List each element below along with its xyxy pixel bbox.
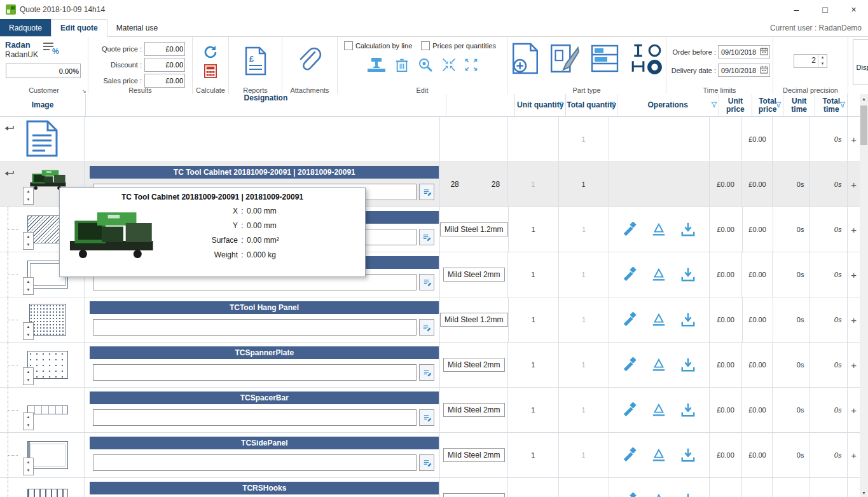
quantity-spinner[interactable]: ▲ ▼ xyxy=(23,367,34,385)
order-before-input[interactable]: 09/10/2018 xyxy=(718,45,770,58)
edit-designation-button[interactable] xyxy=(419,454,434,471)
filter-icon[interactable] xyxy=(609,102,616,110)
spin-down-icon[interactable]: ▼ xyxy=(24,196,33,204)
punch-operation-icon[interactable] xyxy=(622,493,637,497)
calculate-button[interactable]: Calculate xyxy=(193,37,229,95)
calendar-icon[interactable] xyxy=(760,65,768,75)
add-row-button[interactable]: + xyxy=(848,388,860,432)
add-row-button[interactable]: + xyxy=(848,297,860,342)
part-thumbnail[interactable] xyxy=(29,304,66,336)
bend-operation-icon[interactable] xyxy=(651,357,666,372)
part-name-bar[interactable]: TCRSHooks xyxy=(90,482,439,494)
header-image[interactable]: Image xyxy=(0,94,86,116)
discount-input[interactable] xyxy=(144,58,185,72)
punch-operation-icon[interactable] xyxy=(622,222,637,237)
header-total-quantity[interactable]: Total quantity xyxy=(566,94,617,116)
edit-designation-button[interactable] xyxy=(419,364,434,381)
header-total-price[interactable]: Total price xyxy=(752,94,783,116)
edit-designation-button[interactable] xyxy=(419,229,434,245)
material-box[interactable]: Mild Steel 2mm xyxy=(443,403,505,417)
attachments-button[interactable]: Attachments xyxy=(282,37,338,95)
spin-up-icon[interactable]: ▲ xyxy=(24,458,33,466)
tab-radquote[interactable]: Radquote xyxy=(0,19,51,36)
spin-down-icon[interactable]: ▼ xyxy=(24,331,33,339)
quantity-spinner[interactable]: ▲ ▼ xyxy=(23,322,34,340)
add-row-button[interactable]: + xyxy=(848,162,860,207)
header-unit-time[interactable]: Unit time xyxy=(783,94,816,116)
bend-operation-icon[interactable] xyxy=(651,267,666,282)
bend-operation-icon[interactable] xyxy=(651,312,666,327)
add-part-icon[interactable] xyxy=(511,43,540,76)
vertical-scrollbar[interactable]: ▲ ▼ xyxy=(860,94,868,497)
add-row-button[interactable]: + xyxy=(848,343,860,387)
add-row-button[interactable]: + xyxy=(848,117,860,161)
spin-up-icon[interactable]: ▲ xyxy=(24,187,33,196)
spin-up-icon[interactable]: ▲ xyxy=(24,278,33,286)
material-box[interactable]: Mild Steel 2mm xyxy=(443,268,505,282)
designation-input[interactable] xyxy=(93,409,417,426)
filter-icon[interactable] xyxy=(711,102,717,110)
add-row-button[interactable]: + xyxy=(848,433,860,477)
scroll-up-button[interactable]: ▲ xyxy=(860,94,868,103)
press-machine-icon[interactable] xyxy=(366,57,387,73)
spin-up-icon[interactable]: ▲ xyxy=(24,233,33,241)
decimal-precision-input[interactable]: 2 ▲ ▼ xyxy=(794,54,827,68)
collapse-all-icon[interactable] xyxy=(442,58,456,72)
spin-up-icon[interactable]: ▲ xyxy=(818,55,827,61)
quantity-spinner[interactable]: ▲ ▼ xyxy=(23,277,34,295)
tab-material-use[interactable]: Material use xyxy=(107,19,167,36)
minimize-button[interactable]: – xyxy=(782,0,811,19)
download-operation-icon[interactable] xyxy=(680,357,696,372)
spin-down-icon[interactable]: ▼ xyxy=(24,286,33,294)
filter-icon[interactable] xyxy=(839,102,846,110)
scrollbar-thumb[interactable] xyxy=(860,106,867,145)
edit-designation-button[interactable] xyxy=(419,409,434,426)
spin-up-icon[interactable]: ▲ xyxy=(24,323,33,331)
material-box[interactable]: Mild Steel 1.2mm xyxy=(440,313,508,327)
punch-operation-icon[interactable] xyxy=(622,402,637,418)
collapse-arrow-icon[interactable] xyxy=(4,170,15,179)
header-unit-quantity[interactable]: Unit quantity xyxy=(515,94,566,116)
edit-designation-button[interactable] xyxy=(419,184,434,200)
designation-input[interactable] xyxy=(93,364,417,381)
expand-all-icon[interactable] xyxy=(464,58,478,72)
part-name-bar[interactable]: TCSidePanel xyxy=(90,437,439,449)
decimal-precision-spinner[interactable]: ▲ ▼ xyxy=(818,55,827,67)
download-operation-icon[interactable] xyxy=(680,447,696,463)
scrollbar-track[interactable] xyxy=(860,103,868,488)
quantity-spinner[interactable]: ▲ ▼ xyxy=(23,232,34,250)
download-operation-icon[interactable] xyxy=(680,267,696,282)
trash-icon[interactable] xyxy=(395,57,409,73)
quantity-spinner[interactable]: ▲ ▼ xyxy=(23,412,34,430)
material-box[interactable]: Mild Steel 2mm xyxy=(443,493,505,497)
punch-operation-icon[interactable] xyxy=(622,447,637,463)
filter-icon[interactable] xyxy=(775,102,782,110)
assembly-cabinet-icon[interactable] xyxy=(589,43,620,76)
edit-designation-button[interactable] xyxy=(419,319,434,336)
header-operations[interactable]: Operations xyxy=(617,94,719,116)
part-thumbnail[interactable] xyxy=(27,489,68,497)
edit-designation-button[interactable] xyxy=(419,274,434,290)
download-operation-icon[interactable] xyxy=(680,402,696,418)
part-name-bar[interactable]: TCSpacerBar xyxy=(90,391,439,404)
punch-tool-shapes-icon[interactable] xyxy=(629,43,663,76)
reports-button[interactable]: £ Reports xyxy=(229,37,282,95)
punch-operation-icon[interactable] xyxy=(622,312,637,327)
spin-down-icon[interactable]: ▼ xyxy=(24,466,33,475)
add-row-button[interactable]: + xyxy=(848,207,860,252)
download-operation-icon[interactable] xyxy=(680,493,696,497)
punch-operation-icon[interactable] xyxy=(622,357,637,372)
search-settings-icon[interactable] xyxy=(417,57,434,73)
edit-part-icon[interactable] xyxy=(549,43,581,76)
tab-edit-quote[interactable]: Edit quote xyxy=(51,19,107,37)
header-total-time[interactable]: Total time xyxy=(815,94,848,116)
punch-operation-icon[interactable] xyxy=(622,267,637,282)
bend-operation-icon[interactable] xyxy=(651,493,666,497)
spin-up-icon[interactable]: ▲ xyxy=(24,368,33,376)
bend-operation-icon[interactable] xyxy=(651,222,666,237)
download-operation-icon[interactable] xyxy=(680,312,696,327)
close-button[interactable]: × xyxy=(839,0,868,19)
customer-dialog-launcher-icon[interactable]: ↘ xyxy=(81,88,86,94)
add-row-button[interactable]: + xyxy=(848,252,860,297)
sales-price-input[interactable] xyxy=(144,74,185,88)
